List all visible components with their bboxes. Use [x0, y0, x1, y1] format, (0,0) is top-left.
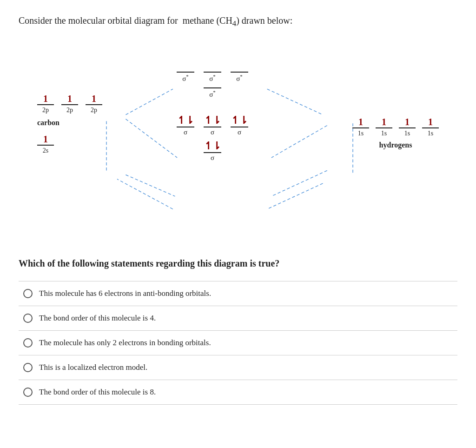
- hydrogen-group: 1 1s 1 1s 1 1s 1 1s hydrogens: [352, 117, 439, 149]
- sigma-bond-4: ↿⇂ σ: [204, 141, 221, 162]
- carbon-group: 1 2p 1 2p 1 2p carbon 1 2s: [37, 94, 102, 154]
- carbon-2s-row: 1 2s: [37, 134, 102, 154]
- hydrogen-label: hydrogens: [379, 141, 412, 149]
- hydrogen-1s-3: 1 1s: [399, 117, 416, 137]
- option-2-text: The bond order of this molecule is 4.: [39, 314, 156, 323]
- option-4[interactable]: This is a localized electron model.: [19, 355, 457, 380]
- question-title: Consider the molecular orbital diagram f…: [19, 14, 457, 29]
- radio-1[interactable]: [23, 289, 33, 298]
- radio-3[interactable]: [23, 338, 33, 348]
- svg-line-4: [117, 179, 173, 209]
- sigma-star-1: σ*: [177, 71, 194, 83]
- svg-line-6: [126, 119, 177, 158]
- sigma-bond-3: ↿⇂ σ: [231, 115, 248, 136]
- svg-line-1: [267, 89, 323, 115]
- carbon-2s-orbital: 1 2s: [37, 134, 54, 154]
- svg-line-9: [271, 171, 327, 196]
- sigma-star-2: σ*: [204, 71, 221, 83]
- carbon-2p-row: 1 2p 1 2p 1 2p: [37, 94, 102, 114]
- sigma-star-3: σ*: [231, 71, 248, 83]
- option-1[interactable]: This molecule has 6 electrons in anti-bo…: [19, 281, 457, 306]
- option-5[interactable]: The bond order of this molecule is 8.: [19, 380, 457, 405]
- hydrogen-1s-1: 1 1s: [352, 117, 369, 137]
- radio-5[interactable]: [23, 388, 33, 397]
- svg-line-0: [126, 89, 172, 115]
- answer-options: This molecule has 6 electrons in anti-bo…: [19, 281, 457, 405]
- hydrogen-1s-2: 1 1s: [376, 117, 392, 137]
- radio-4[interactable]: [23, 363, 33, 372]
- svg-line-3: [267, 184, 323, 209]
- option-1-text: This molecule has 6 electrons in anti-bo…: [39, 289, 211, 298]
- answer-question: Which of the following statements regard…: [19, 257, 457, 270]
- mo-center: σ* σ* σ* σ* ↿⇂: [177, 71, 248, 162]
- hydrogen-1s-row: 1 1s 1 1s 1 1s 1 1s: [352, 117, 439, 137]
- option-5-text: The bond order of this molecule is 8.: [39, 388, 156, 397]
- option-3[interactable]: The molecule has only 2 electrons in bon…: [19, 331, 457, 355]
- sigma-bonding-row: ↿⇂ σ ↿⇂ σ ↿⇂ σ: [177, 115, 248, 136]
- svg-line-7: [126, 175, 175, 196]
- hydrogen-1s-4: 1 1s: [422, 117, 439, 137]
- carbon-label: carbon: [37, 119, 60, 127]
- sigma-star-4: σ*: [204, 87, 221, 99]
- diagram-area: 1 2p 1 2p 1 2p carbon 1 2s: [19, 43, 457, 238]
- option-4-text: This is a localized electron model.: [39, 363, 147, 372]
- carbon-2p-orbital-3: 1 2p: [86, 94, 102, 114]
- sigma-bond-1: ↿⇂ σ: [177, 115, 194, 136]
- svg-line-8: [271, 126, 327, 158]
- option-3-text: The molecule has only 2 electrons in bon…: [39, 338, 211, 348]
- carbon-2p-orbital-2: 1 2p: [61, 94, 78, 114]
- radio-2[interactable]: [23, 314, 33, 323]
- carbon-2p-orbital-1: 1 2p: [37, 94, 54, 114]
- sigma-bond-2: ↿⇂ σ: [204, 115, 221, 136]
- option-2[interactable]: The bond order of this molecule is 4.: [19, 306, 457, 331]
- sigma-star-top-row: σ* σ* σ*: [177, 71, 248, 83]
